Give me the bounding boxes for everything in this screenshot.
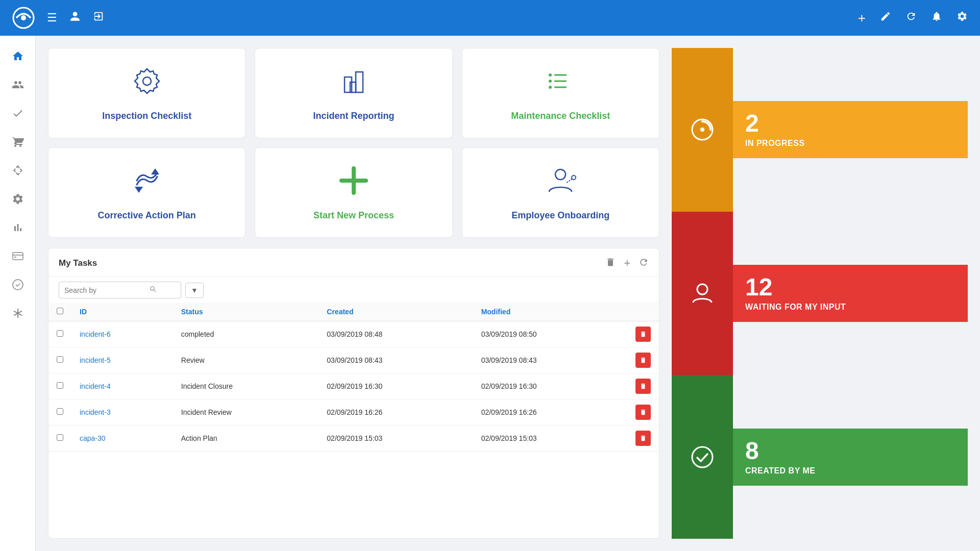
filter-dropdown-button[interactable]: ▼ (185, 283, 204, 298)
row-status: completed (173, 321, 319, 347)
svg-point-18 (555, 169, 566, 180)
search-input[interactable] (64, 286, 146, 294)
in-progress-icon-block (672, 48, 733, 212)
sidebar-item-recycle[interactable] (6, 158, 30, 183)
sidebar-item-asterisk[interactable] (6, 301, 30, 325)
in-progress-count: 2 (745, 111, 955, 136)
tasks-panel: My Tasks + ▼ (48, 248, 659, 539)
corrective-label: Corrective Action Plan (97, 210, 195, 221)
maintenance-checklist-card[interactable]: Maintenance Checklist (462, 48, 659, 138)
inspection-icon (131, 65, 163, 104)
row-modified: 03/09/2019 08:50 (473, 321, 627, 347)
sidebar-item-users[interactable] (6, 72, 30, 97)
maintenance-label: Maintenance Checklist (511, 111, 610, 121)
row-id[interactable]: incident-5 (71, 347, 173, 373)
row-checkbox[interactable] (57, 356, 63, 363)
row-delete-button[interactable] (635, 431, 651, 446)
row-action-cell (627, 321, 659, 347)
svg-point-6 (143, 77, 151, 85)
row-id[interactable]: incident-3 (71, 399, 173, 425)
gear-icon[interactable] (957, 11, 968, 25)
row-delete-button[interactable] (635, 327, 651, 342)
in-progress-label: IN PROGRESS (745, 139, 955, 148)
row-checkbox[interactable] (57, 382, 63, 389)
svg-point-20 (572, 176, 576, 180)
row-checkbox-cell (48, 399, 71, 425)
user-icon[interactable] (69, 11, 81, 25)
row-checkbox[interactable] (57, 408, 63, 415)
delete-tasks-icon[interactable] (605, 257, 616, 270)
add-icon[interactable]: + (858, 10, 866, 26)
row-action-cell (627, 373, 659, 399)
svg-marker-17 (135, 187, 143, 193)
main-content: Inspection Checklist Incident Reporting (36, 36, 980, 551)
corrective-icon (131, 164, 163, 203)
tasks-header: My Tasks + (48, 248, 659, 277)
row-id[interactable]: incident-4 (71, 373, 173, 399)
sidebar-item-check[interactable] (6, 101, 30, 126)
row-created: 03/09/2019 08:43 (318, 347, 473, 373)
row-id[interactable]: incident-6 (71, 321, 173, 347)
corrective-action-card[interactable]: Corrective Action Plan (48, 147, 246, 238)
row-delete-button[interactable] (635, 353, 651, 368)
sidebar-item-settings[interactable] (6, 187, 30, 211)
status-column-header: Status (173, 303, 319, 321)
table-row: capa-30 Action Plan 02/09/2019 15:03 02/… (48, 425, 659, 452)
id-column-header: ID (71, 303, 173, 321)
row-checkbox-cell (48, 425, 71, 452)
top-navigation: ☰ + (0, 0, 980, 36)
employee-onboarding-card[interactable]: Employee Onboarding (462, 147, 659, 238)
right-stats-panel: 2 IN PROGRESS 12 WAITING FOR MY INPUT (672, 48, 968, 539)
in-progress-stat[interactable]: 2 IN PROGRESS (672, 48, 968, 212)
row-status: Review (173, 347, 319, 373)
row-modified: 02/09/2019 16:26 (473, 399, 627, 425)
logo-icon[interactable] (12, 7, 35, 29)
select-all-checkbox[interactable] (57, 308, 63, 314)
sidebar-item-cart[interactable] (6, 130, 30, 154)
row-checkbox-cell (48, 373, 71, 399)
signout-icon[interactable] (93, 11, 104, 25)
plus-icon (337, 164, 370, 203)
svg-point-15 (549, 86, 552, 89)
bell-icon[interactable] (931, 11, 942, 25)
waiting-icon-block (672, 212, 733, 375)
row-action-cell (627, 347, 659, 373)
add-task-icon[interactable]: + (624, 257, 630, 270)
row-checkbox-cell (48, 347, 71, 373)
svg-point-14 (549, 80, 552, 83)
svg-point-1 (21, 15, 26, 20)
row-status: Action Plan (173, 425, 319, 452)
search-box[interactable] (59, 282, 181, 298)
row-checkbox[interactable] (57, 434, 63, 441)
created-column-header: Created (318, 303, 473, 321)
row-delete-button[interactable] (635, 405, 651, 420)
svg-rect-9 (350, 82, 356, 92)
start-new-process-card[interactable]: Start New Process (255, 147, 452, 238)
svg-point-13 (549, 73, 552, 77)
sidebar-item-billing[interactable] (6, 244, 30, 268)
refresh-tasks-icon[interactable] (639, 257, 649, 270)
svg-point-5 (13, 280, 23, 290)
refresh-icon[interactable] (905, 11, 917, 25)
incident-reporting-card[interactable]: Incident Reporting (255, 48, 452, 138)
modified-column-header: Modified (473, 303, 627, 321)
waiting-stat[interactable]: 12 WAITING FOR MY INPUT (672, 212, 968, 375)
row-id[interactable]: capa-30 (71, 425, 173, 452)
row-checkbox-cell (48, 321, 71, 347)
sidebar-item-approval[interactable] (6, 272, 30, 297)
row-delete-button[interactable] (635, 379, 651, 394)
svg-point-23 (697, 284, 707, 294)
search-icon[interactable] (149, 285, 157, 295)
sidebar-item-home[interactable] (6, 44, 30, 68)
svg-point-22 (700, 128, 704, 132)
sidebar-item-analytics[interactable] (6, 215, 30, 240)
svg-point-24 (692, 447, 713, 467)
inspection-checklist-card[interactable]: Inspection Checklist (48, 48, 246, 138)
incident-label: Incident Reporting (313, 111, 394, 121)
created-by-me-stat[interactable]: 8 CREATED BY ME (672, 375, 968, 539)
created-by-me-label: CREATED BY ME (745, 466, 955, 475)
edit-icon[interactable] (880, 11, 891, 25)
inspection-label: Inspection Checklist (102, 111, 191, 121)
menu-icon[interactable]: ☰ (47, 11, 57, 24)
row-checkbox[interactable] (57, 330, 63, 337)
